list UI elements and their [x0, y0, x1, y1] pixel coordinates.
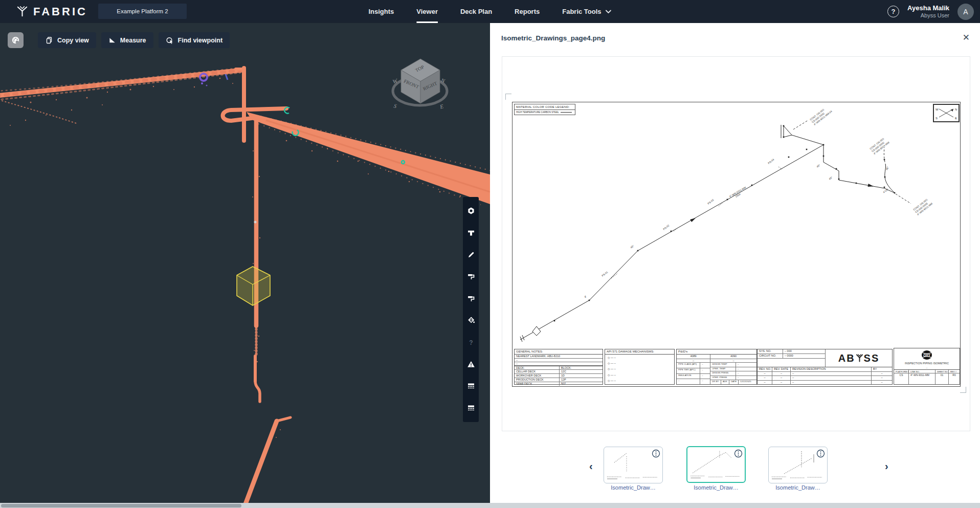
svg-text:?: ? — [469, 339, 473, 346]
svg-text:OXY: OXY — [923, 354, 930, 357]
thumbnail-3-label[interactable]: Isometric_Draw… — [768, 484, 828, 491]
paint-roller-tool-2[interactable] — [466, 294, 476, 303]
warning-tool[interactable] — [466, 360, 476, 369]
damage-mechanisms-table: API 571 DAMAGE MECHANISMS: ◇ — – ◇ — – ◇… — [605, 349, 675, 385]
iso-label-45-2: 45° — [816, 163, 821, 168]
legend-title: MATERIAL COLOR CODE LEGEND: — [515, 104, 575, 110]
platform-selector[interactable]: Example Platform 2 — [98, 4, 187, 19]
isometric-drawing: PS-01 PS-02 PS-03 PS-04 6 45° 45° 45° 45… — [513, 102, 961, 387]
thumbnail-1[interactable] — [604, 447, 663, 483]
weld-points — [554, 125, 896, 322]
paint-roller-tool[interactable] — [466, 272, 476, 281]
carousel-next[interactable]: › — [885, 460, 888, 472]
marker-blue-anomaly — [226, 74, 228, 80]
user-name: Ayesha Malik — [907, 5, 949, 12]
oxy-logo: OXY — [894, 348, 960, 362]
thumbnail-more-icon[interactable] — [816, 449, 825, 458]
nav-item-fabric-tools[interactable]: Fabric Tools — [562, 0, 611, 23]
iso-line-spec: 4"-WN-9311-MM 150# — [729, 186, 748, 201]
table-rows-tool[interactable] — [466, 382, 476, 391]
general-notes-table: GENERAL NOTES: NEAREST LANDMARK: ABU-821… — [514, 349, 603, 385]
thumbnail-more-icon[interactable] — [652, 449, 660, 458]
client-block: OXY INSPECTION PIPING ISOMETRIC – PLATFO… — [894, 348, 960, 385]
brand-logo: FABRIC — [15, 0, 87, 23]
client-title: INSPECTION PIPING ISOMETRIC — [894, 362, 960, 366]
cube-east-label: E — [439, 103, 444, 110]
top-nav: FABRIC Example Platform 2 Insights Viewe… — [0, 0, 980, 23]
thumbnail-1-label[interactable]: Isometric_Draw… — [604, 484, 663, 491]
general-notes-title: GENERAL NOTES: — [515, 349, 603, 355]
drawing-panel: Isometric_Drawings_page4.png ✕ — [490, 23, 980, 508]
help-tool[interactable]: ? — [466, 338, 476, 347]
scrollbar-thumb[interactable] — [1, 504, 241, 507]
thumbnail-2-label[interactable]: Isometric_Draw… — [686, 484, 746, 491]
pids-title: P&ID's — [677, 349, 756, 355]
user-role: Abyss User — [907, 12, 949, 19]
isometric-sheet: PS-01 PS-02 PS-03 PS-04 6 45° 45° 45° 45… — [512, 102, 961, 387]
thumbnail-3[interactable] — [768, 447, 828, 483]
thumbnail-more-icon[interactable] — [734, 449, 743, 458]
crop-corner-top-left — [505, 94, 511, 100]
copy-view-button[interactable]: Copy view — [38, 32, 96, 48]
settings-nut-tool[interactable] — [466, 206, 476, 215]
nav-right: ? Ayesha Malik Abyss User A — [887, 0, 974, 23]
avatar[interactable]: A — [957, 4, 974, 20]
side-toolbar: ? — [463, 197, 479, 422]
user-meta: Ayesha Malik Abyss User — [907, 5, 949, 19]
navigation-cube[interactable]: W N S E TOP FRONT RIGHT — [378, 46, 460, 136]
sheet-compass: W N S E — [933, 104, 960, 122]
copy-icon — [45, 36, 53, 45]
iso-label-reducer: 4"x3" — [882, 188, 889, 194]
iso-label-bend6: 6 — [585, 295, 586, 298]
thumbnail-2-selected[interactable] — [686, 446, 746, 483]
iso-cont1: CONT. ON ISO CS-000-2000 4"-WN-9311-MM-0… — [809, 105, 833, 126]
cube-south-label: S — [393, 102, 398, 109]
nav-item-insights[interactable]: Insights — [368, 0, 394, 23]
abyss-trident-icon — [856, 354, 863, 363]
compass-w: W — [936, 108, 939, 111]
crop-corner-bottom-right — [960, 387, 966, 393]
iso-label-ps02: PS-02 — [662, 224, 670, 230]
iso-label-ps04: PS-04 — [767, 158, 775, 164]
iso-label-45-3: 45° — [828, 175, 833, 180]
revision-table: SYS. NO.– 000 CIRCUIT NO.– 0000 AB SS — [757, 349, 893, 385]
brand-name: FABRIC — [33, 5, 87, 18]
iso-label-ps01: PS-01 — [601, 270, 609, 277]
drawing-title: Isometric_Drawings_page4.png — [501, 34, 605, 42]
viewer-3d-canvas[interactable]: W N S E TOP FRONT RIGHT — [0, 23, 490, 508]
find-viewpoint-button[interactable]: Find viewpoint — [159, 32, 230, 48]
main-nav: Insights Viewer Deck Plan Reports Fabric… — [368, 0, 611, 23]
iso-cont2: CONT. ON ISO CS-000-0000 4"-WN-8324-WM — [869, 136, 890, 156]
drawing-viewport[interactable]: PS-01 PS-02 PS-03 PS-04 6 45° 45° 45° 45… — [502, 56, 970, 431]
nav-item-reports[interactable]: Reports — [515, 0, 540, 23]
marker-small-tag — [254, 221, 257, 224]
platform-name: Example Platform 2 — [117, 8, 168, 14]
compass-e: E — [955, 117, 957, 120]
fabric-trident-icon — [15, 5, 29, 18]
palette-button[interactable] — [8, 32, 24, 48]
help-icon[interactable]: ? — [887, 6, 899, 17]
compass-n: N — [955, 108, 957, 111]
selection-box[interactable] — [237, 267, 270, 305]
pencil-tool[interactable] — [466, 250, 476, 259]
material-legend: MATERIAL COLOR CODE LEGEND: HIGH TEMPERA… — [514, 104, 575, 115]
table-rows-tool-2[interactable] — [466, 404, 476, 413]
chevron-down-icon — [606, 10, 612, 14]
nav-item-deck-plan[interactable]: Deck Plan — [460, 0, 492, 23]
damage-title: API 571 DAMAGE MECHANISMS: — [605, 349, 674, 355]
abyss-logo: AB SS — [826, 349, 892, 367]
measure-icon — [108, 36, 116, 44]
viewer-toolbar: Copy view Measure Find viewpoint — [8, 32, 230, 48]
carousel-prev[interactable]: ‹ — [589, 460, 593, 472]
palette-icon — [11, 36, 20, 45]
pipe-tee-tool[interactable] — [466, 228, 476, 237]
close-icon[interactable]: ✕ — [963, 32, 970, 43]
paint-bucket-tool[interactable] — [466, 316, 476, 325]
measure-button[interactable]: Measure — [101, 32, 153, 48]
pids-table: P&ID's 4089 4090 – – PIPE CLASS (API)– P… — [676, 349, 757, 385]
iso-label-45-1: 45° — [630, 244, 635, 249]
nav-item-viewer[interactable]: Viewer — [416, 0, 438, 23]
iso-label-45-4: 45° — [885, 166, 889, 170]
legend-entry: HIGH TEMPERATURE CARBON STEEL — [516, 111, 559, 114]
iso-cont3: CONT. ON ISO CS-000-0005 4"-WN-9311-MM — [912, 197, 933, 216]
